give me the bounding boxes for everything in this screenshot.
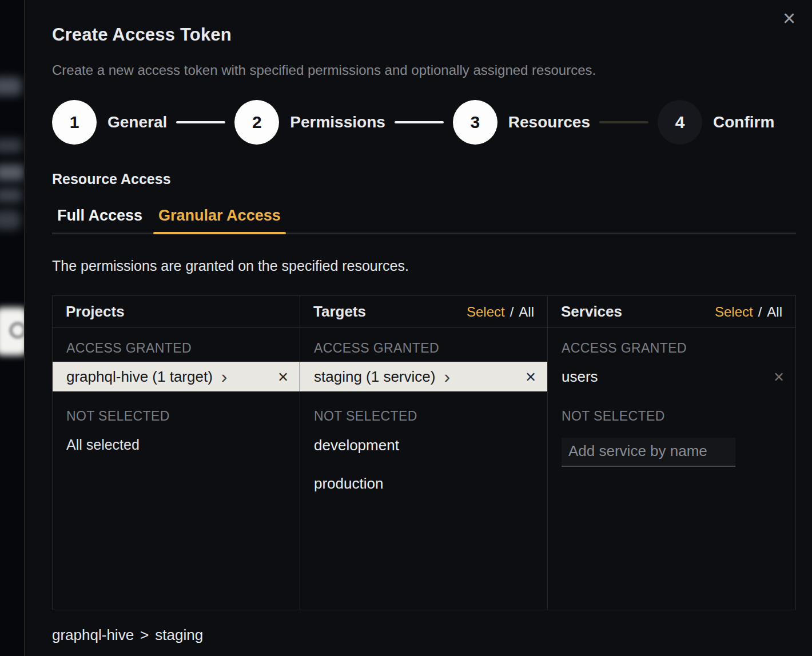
wizard-stepper: 1 General 2 Permissions 3 Resources 4 Co… xyxy=(52,100,796,145)
chevron-right-icon: › xyxy=(444,368,450,385)
breadcrumb-target: staging xyxy=(155,626,203,644)
projects-column-title: Projects xyxy=(66,303,125,321)
step-permissions[interactable]: 2 Permissions xyxy=(234,100,385,145)
step-4-circle: 4 xyxy=(658,100,702,145)
step-1-circle: 1 xyxy=(52,100,97,145)
target-row-staging[interactable]: staging (1 service) › × xyxy=(300,362,547,391)
projects-not-selected-label: NOT SELECTED xyxy=(53,391,300,430)
project-row-label: graphql-hive (1 target) xyxy=(66,368,213,386)
blurred-blob xyxy=(0,189,22,202)
targets-column: Targets Select / All ACCESS GRANTED stag… xyxy=(300,296,548,610)
projects-all-selected-note: All selected xyxy=(53,430,300,460)
step-3-label: Resources xyxy=(508,113,590,131)
select-all-separator: / xyxy=(758,304,762,320)
targets-column-title: Targets xyxy=(313,303,366,321)
step-resources[interactable]: 3 Resources xyxy=(453,100,590,145)
breadcrumb-project: graphql-hive xyxy=(52,626,134,644)
step-4-label: Confirm xyxy=(713,113,774,131)
step-confirm[interactable]: 4 Confirm xyxy=(658,100,774,145)
dialog-title: Create Access Token xyxy=(52,24,796,46)
blurred-blob xyxy=(0,77,22,95)
permissions-note: The permissions are granted on the speci… xyxy=(52,257,796,274)
projects-column-header: Projects xyxy=(53,296,300,328)
step-2-label: Permissions xyxy=(290,113,385,131)
step-connector xyxy=(176,121,225,123)
step-connector xyxy=(395,121,444,123)
projects-column: Projects ACCESS GRANTED graphql-hive (1 … xyxy=(53,296,300,610)
select-all-separator: / xyxy=(510,304,514,320)
blurred-blob xyxy=(0,139,22,153)
breadcrumb: graphql-hive > staging xyxy=(52,626,796,644)
services-column-header: Services Select / All xyxy=(548,296,795,328)
services-access-granted-label: ACCESS GRANTED xyxy=(548,328,795,362)
step-general[interactable]: 1 General xyxy=(52,100,167,145)
tab-full-access[interactable]: Full Access xyxy=(52,207,148,233)
services-select-all: Select / All xyxy=(715,304,782,320)
step-3-circle: 3 xyxy=(453,100,497,145)
targets-select-all: Select / All xyxy=(467,304,534,320)
remove-project-icon[interactable]: × xyxy=(278,368,288,386)
target-row-label: staging (1 service) xyxy=(314,368,435,386)
targets-not-selected-label: NOT SELECTED xyxy=(300,391,547,430)
step-connector xyxy=(599,121,648,123)
remove-service-icon[interactable]: × xyxy=(774,368,784,386)
services-column: Services Select / All ACCESS GRANTED use… xyxy=(548,296,795,610)
services-column-title: Services xyxy=(561,303,622,321)
resource-selection-table: Projects ACCESS GRANTED graphql-hive (1 … xyxy=(52,295,796,610)
target-item-development[interactable]: development xyxy=(300,430,547,461)
target-item-production[interactable]: production xyxy=(300,468,547,499)
create-access-token-dialog: × Create Access Token Create a new acces… xyxy=(24,0,812,656)
close-icon[interactable]: × xyxy=(777,6,802,31)
targets-all-link[interactable]: All xyxy=(519,304,534,320)
service-row-label: users xyxy=(562,368,598,386)
chevron-right-icon: › xyxy=(221,368,228,385)
projects-access-granted-label: ACCESS GRANTED xyxy=(53,328,300,362)
project-row-graphql-hive[interactable]: graphql-hive (1 target) › × xyxy=(53,362,300,391)
remove-target-icon[interactable]: × xyxy=(526,368,536,386)
blurred-blob xyxy=(0,210,21,230)
targets-column-header: Targets Select / All xyxy=(300,296,547,328)
targets-select-link[interactable]: Select xyxy=(467,304,505,320)
step-1-label: General xyxy=(108,113,167,131)
blurred-ring xyxy=(9,322,24,339)
services-not-selected-label: NOT SELECTED xyxy=(548,391,795,430)
tab-granular-access[interactable]: Granular Access xyxy=(153,207,286,233)
breadcrumb-separator-icon: > xyxy=(140,626,149,644)
resource-access-heading: Resource Access xyxy=(52,170,796,187)
step-2-circle: 2 xyxy=(234,100,279,145)
services-select-link[interactable]: Select xyxy=(715,304,753,320)
blurred-blob xyxy=(0,165,24,181)
blurred-background-page xyxy=(0,0,24,656)
services-all-link[interactable]: All xyxy=(767,304,782,320)
access-mode-tabs: Full Access Granular Access xyxy=(52,207,796,234)
service-row-users[interactable]: users × xyxy=(548,362,795,391)
dialog-description: Create a new access token with specified… xyxy=(52,62,796,79)
targets-access-granted-label: ACCESS GRANTED xyxy=(300,328,547,362)
add-service-input[interactable] xyxy=(562,438,735,467)
